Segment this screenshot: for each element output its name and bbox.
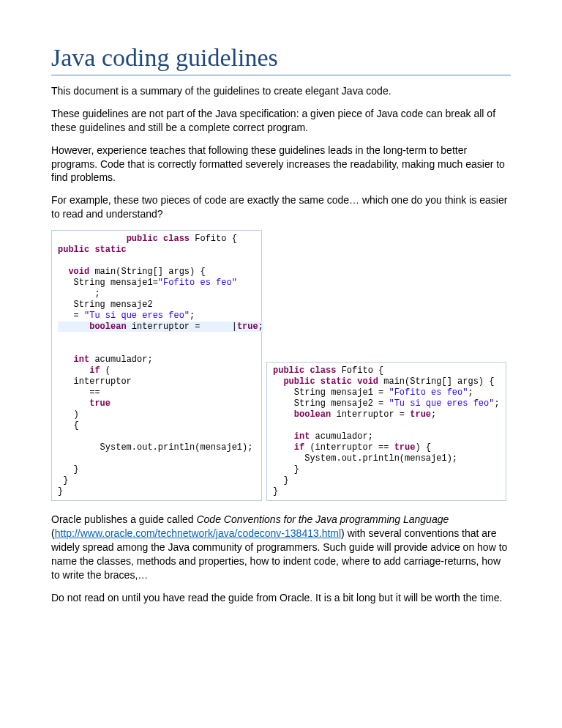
keyword: true bbox=[237, 322, 258, 332]
keyword: public static bbox=[58, 245, 127, 255]
keyword: boolean bbox=[89, 322, 126, 332]
code-text: } bbox=[58, 486, 63, 497]
string-literal: "Fofito es feo" bbox=[158, 278, 237, 288]
code-text: ; bbox=[94, 289, 100, 299]
oracle-link[interactable]: http://www.oracle.com/technetwork/java/c… bbox=[55, 527, 341, 539]
code-text: (interruptor == bbox=[304, 442, 394, 453]
code-text: String mensaje1 = bbox=[294, 387, 389, 398]
code-text: } bbox=[63, 475, 68, 486]
book-title: Code Conventions for the Java programmin… bbox=[196, 513, 449, 525]
keyword: boolean bbox=[294, 409, 331, 420]
paragraph-experience: However, experience teaches that followi… bbox=[51, 144, 511, 185]
code-text: } bbox=[273, 486, 278, 497]
string-literal: "Fofito es feo" bbox=[389, 387, 468, 398]
code-text: interruptor bbox=[74, 376, 132, 387]
code-text: System.out.println(mensaje1); bbox=[304, 453, 457, 464]
code-text: String mensaje2 = bbox=[294, 398, 389, 409]
keyword: int bbox=[74, 354, 90, 365]
code-block-bad: public class Fofito { public static void… bbox=[51, 230, 262, 501]
paragraph-read: Do not read on until you have read the g… bbox=[51, 591, 511, 605]
code-text: interruptor = bbox=[132, 322, 206, 332]
keyword: true bbox=[410, 409, 431, 420]
code-text: acumulador; bbox=[94, 354, 152, 365]
code-text: { bbox=[74, 420, 79, 431]
keyword: if bbox=[294, 442, 304, 453]
code-text: String mensaje1= bbox=[74, 278, 158, 288]
text: Oracle publishes a guide called bbox=[51, 513, 196, 525]
code-text: main(String[] args) { bbox=[383, 376, 494, 387]
classname: Fofito bbox=[342, 365, 373, 376]
code-text: } bbox=[294, 464, 299, 475]
code-text: System.out.println(mensaje1); bbox=[100, 442, 253, 453]
keyword: public class bbox=[127, 234, 190, 244]
code-text: ) { bbox=[415, 442, 431, 453]
string-literal: "Tu si que eres feo" bbox=[389, 398, 494, 409]
keyword: public static void bbox=[283, 376, 378, 387]
code-text: ( bbox=[105, 365, 110, 376]
code-text: == bbox=[89, 387, 100, 398]
keyword: int bbox=[294, 431, 310, 442]
paragraph-oracle: Oracle publishes a guide called Code Con… bbox=[51, 513, 511, 582]
code-text: } bbox=[283, 475, 288, 486]
code-text: interruptor = bbox=[331, 409, 410, 420]
code-comparison: public class Fofito { public static void… bbox=[51, 230, 511, 501]
paragraph-spec: These guidelines are not part of the Jav… bbox=[51, 107, 511, 135]
paragraph-intro: This document is a summary of the guidel… bbox=[51, 84, 511, 98]
keyword: true bbox=[394, 442, 416, 453]
paragraph-example: For example, these two pieces of code ar… bbox=[51, 193, 511, 221]
code-text: ) bbox=[74, 409, 79, 420]
classname: Fofito bbox=[195, 234, 226, 244]
code-text: } bbox=[74, 464, 79, 475]
string-literal: "Tu si que eres feo" bbox=[84, 311, 190, 321]
code-text: acumulador; bbox=[310, 431, 372, 442]
keyword: true bbox=[89, 398, 110, 409]
keyword: public class bbox=[273, 365, 336, 376]
keyword: if bbox=[89, 365, 100, 376]
code-text: String mensaje2 bbox=[74, 300, 153, 310]
code-block-good: public class Fofito { public static void… bbox=[266, 362, 506, 501]
code-text: = bbox=[74, 311, 84, 321]
code-text: main(String[] args) { bbox=[94, 267, 205, 277]
keyword: void bbox=[68, 267, 89, 277]
page-title: Java coding guidelines bbox=[51, 44, 511, 75]
